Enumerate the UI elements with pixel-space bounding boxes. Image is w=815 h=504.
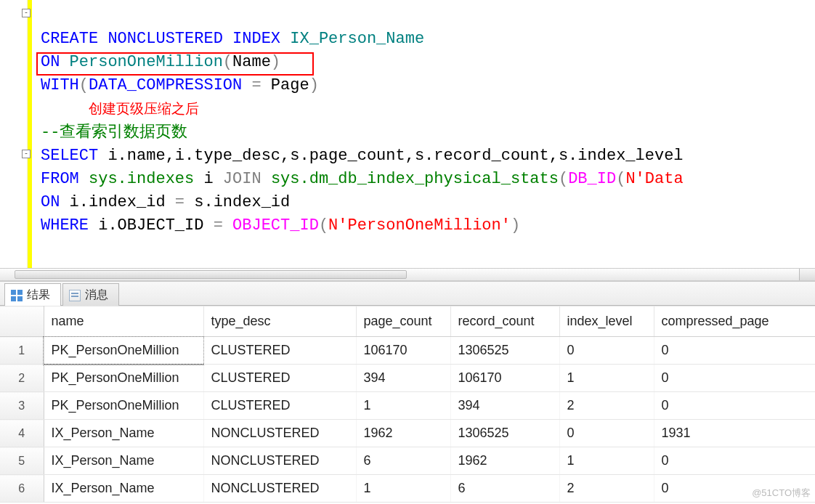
- cell-name[interactable]: IX_Person_Name: [44, 475, 203, 503]
- cell-index-level[interactable]: 2: [559, 475, 654, 503]
- n-prefix: N: [328, 216, 338, 235]
- splitter-handle[interactable]: [799, 269, 815, 280]
- col-name[interactable]: name: [44, 306, 203, 337]
- horizontal-scrollbar[interactable]: [0, 268, 815, 281]
- cell-compressed[interactable]: 1931: [654, 420, 815, 447]
- rownum-header: [0, 306, 44, 337]
- code-block[interactable]: CREATE NONCLUSTERED INDEX IX_Person_Name…: [41, 4, 815, 261]
- cell-type-desc[interactable]: NONCLUSTERED: [203, 447, 356, 475]
- table-row[interactable]: 4IX_Person_NameNONCLUSTERED1962130652501…: [0, 420, 815, 447]
- cell-record-count[interactable]: 1306525: [450, 420, 559, 447]
- fold-icon[interactable]: -: [22, 9, 31, 17]
- change-indicator: [28, 0, 32, 268]
- keyword: NONCLUSTERED: [108, 30, 222, 48]
- paren: ): [309, 76, 319, 94]
- tab-messages[interactable]: 消息: [62, 283, 119, 306]
- cell-page-count[interactable]: 1: [356, 392, 450, 420]
- messages-icon: [69, 290, 81, 301]
- string-literal: 'PersonOneMillion': [338, 216, 511, 235]
- rownum-cell[interactable]: 6: [0, 475, 44, 503]
- col-type-desc[interactable]: type_desc: [203, 306, 356, 337]
- tab-label: 消息: [85, 288, 108, 303]
- table-row[interactable]: 1PK_PersonOneMillionCLUSTERED10617013065…: [0, 337, 815, 365]
- results-tabs: 结果 消息: [0, 281, 815, 306]
- cell-name[interactable]: PK_PersonOneMillion: [44, 365, 203, 392]
- cell-type-desc[interactable]: NONCLUSTERED: [203, 475, 356, 503]
- cell-index-level[interactable]: 2: [559, 392, 654, 420]
- cell-page-count[interactable]: 6: [356, 447, 450, 475]
- cell-record-count[interactable]: 394: [450, 392, 559, 420]
- table-name: PersonOneMillion: [70, 53, 223, 71]
- keyword: FROM: [41, 170, 79, 188]
- fold-icon[interactable]: -: [22, 150, 31, 158]
- cell-index-level[interactable]: 0: [559, 420, 654, 447]
- rownum-cell[interactable]: 4: [0, 420, 44, 447]
- rownum-cell[interactable]: 1: [0, 337, 44, 365]
- cell-type-desc[interactable]: CLUSTERED: [203, 392, 356, 420]
- cell-compressed[interactable]: 0: [654, 447, 815, 475]
- keyword: INDEX: [232, 30, 280, 48]
- table-row[interactable]: 6IX_Person_NameNONCLUSTERED1620: [0, 475, 815, 503]
- tab-label: 结果: [27, 288, 50, 303]
- rownum-cell[interactable]: 2: [0, 365, 44, 392]
- select-list: i.name,i.type_desc,s.page_count,s.record…: [98, 147, 683, 165]
- cell-record-count[interactable]: 6: [450, 475, 559, 503]
- cell-record-count[interactable]: 1962: [450, 447, 559, 475]
- rownum-cell[interactable]: 3: [0, 392, 44, 420]
- comment: --查看索引数据页数: [41, 123, 187, 142]
- col-index-level[interactable]: index_level: [559, 306, 654, 337]
- cell-compressed[interactable]: 0: [654, 392, 815, 420]
- cell-page-count[interactable]: 1: [356, 475, 450, 503]
- table-row[interactable]: 5IX_Person_NameNONCLUSTERED6196210: [0, 447, 815, 475]
- cell-record-count[interactable]: 106170: [450, 365, 559, 392]
- cell-name[interactable]: IX_Person_Name: [44, 420, 203, 447]
- function: DB_ID: [568, 170, 616, 188]
- rownum-cell[interactable]: 5: [0, 447, 44, 475]
- cell-page-count[interactable]: 394: [356, 365, 450, 392]
- n-prefix: N: [625, 170, 635, 188]
- cell-name[interactable]: PK_PersonOneMillion: [44, 337, 203, 365]
- cell-index-level[interactable]: 1: [559, 447, 654, 475]
- option: DATA_COMPRESSION: [89, 76, 242, 94]
- cell-name[interactable]: IX_Person_Name: [44, 447, 203, 475]
- cell-type-desc[interactable]: CLUSTERED: [203, 337, 356, 365]
- watermark: @51CTO博客: [752, 487, 811, 500]
- eq: =: [242, 76, 271, 94]
- option-value: Page: [271, 76, 309, 94]
- function: OBJECT_ID: [232, 216, 319, 235]
- results-grid[interactable]: name type_desc page_count record_count i…: [0, 306, 815, 503]
- col-record-count[interactable]: record_count: [450, 306, 559, 337]
- header-row: name type_desc page_count record_count i…: [0, 306, 815, 337]
- sql-editor[interactable]: - - CREATE NONCLUSTERED INDEX IX_Person_…: [0, 0, 815, 268]
- editor-gutter: [0, 0, 28, 268]
- cell-page-count[interactable]: 1962: [356, 420, 450, 447]
- sys-object: sys.dm_db_index_physical_stats: [271, 170, 559, 188]
- sys-object: sys.indexes: [89, 170, 194, 188]
- tab-results[interactable]: 结果: [4, 283, 61, 306]
- cell-compressed[interactable]: 0: [654, 337, 815, 365]
- cell-index-level[interactable]: 0: [559, 337, 654, 365]
- keyword: JOIN: [223, 170, 261, 188]
- col-page-count[interactable]: page_count: [356, 306, 450, 337]
- cell-name[interactable]: PK_PersonOneMillion: [44, 392, 203, 420]
- cell-type-desc[interactable]: CLUSTERED: [203, 365, 356, 392]
- keyword: WITH: [41, 76, 79, 94]
- table-row[interactable]: 3PK_PersonOneMillionCLUSTERED139420: [0, 392, 815, 420]
- col-compressed[interactable]: compressed_page: [654, 306, 815, 337]
- results-table[interactable]: name type_desc page_count record_count i…: [0, 306, 815, 503]
- cell-record-count[interactable]: 1306525: [450, 337, 559, 365]
- keyword: ON: [41, 193, 60, 211]
- keyword: CREATE: [41, 30, 98, 48]
- column: Name: [232, 53, 271, 71]
- cell-page-count[interactable]: 106170: [356, 337, 450, 365]
- paren: (: [223, 53, 232, 71]
- scrollbar-thumb[interactable]: [15, 270, 407, 279]
- keyword: SELECT: [41, 147, 98, 165]
- string-literal: 'Data: [636, 170, 684, 188]
- cell-compressed[interactable]: 0: [654, 365, 815, 392]
- cell-index-level[interactable]: 1: [559, 365, 654, 392]
- table-row[interactable]: 2PK_PersonOneMillionCLUSTERED39410617010: [0, 365, 815, 392]
- cell-type-desc[interactable]: NONCLUSTERED: [203, 420, 356, 447]
- annotation: 创建页级压缩之后: [89, 101, 199, 116]
- keyword: WHERE: [41, 216, 89, 235]
